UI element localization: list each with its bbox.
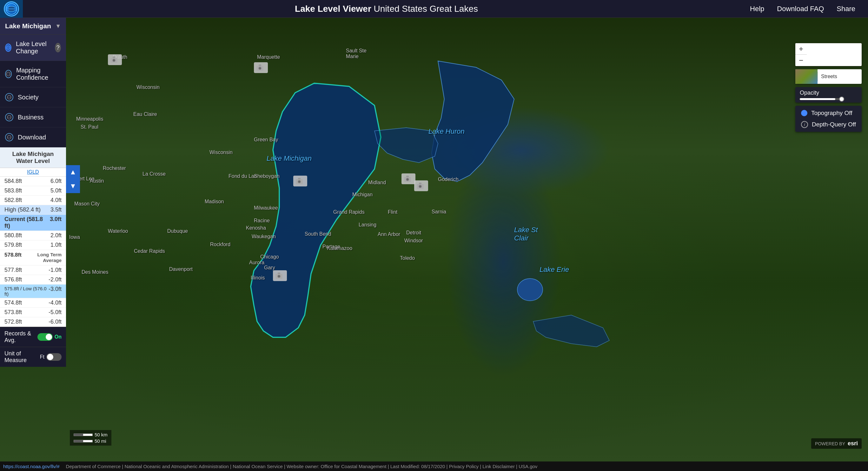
svg-rect-36 [419, 183, 422, 184]
topography-radio[interactable] [801, 110, 807, 116]
unit-measure-toggle[interactable]: Ft [40, 353, 62, 361]
opacity-label: Opacity [800, 90, 857, 96]
table-row: 583.8ft 5.0ft [0, 186, 66, 196]
sidebar-item-society[interactable]: Society [0, 87, 66, 107]
app-title: Lake Level Viewer United States Great La… [23, 4, 750, 14]
scroll-arrows: ▲ ▼ [66, 165, 80, 193]
download-icon [5, 133, 13, 141]
sidebar-item-download-label: Download [18, 134, 46, 141]
records-avg-label: Records & Avg. [4, 330, 37, 344]
sidebar-item-mapping-confidence[interactable]: Mapping Confidence [0, 61, 66, 87]
scale-mi-label: 50 mi [95, 438, 106, 444]
unit-measure-toggle-row: Unit of Measure Ft [0, 347, 66, 367]
igld-link[interactable]: IGLD [0, 168, 66, 177]
society-icon [5, 93, 13, 101]
share-link[interactable]: Share [837, 5, 855, 13]
chevron-down-icon: ▼ [55, 23, 61, 30]
help-link[interactable]: Help [750, 5, 764, 13]
table-row: 579.8ft 1.0ft [0, 240, 66, 250]
topography-label: Topography Off [811, 110, 852, 117]
scroll-up-arrow[interactable]: ▲ [66, 165, 80, 179]
unit-measure-label: Unit of Measure [4, 350, 40, 364]
header: Lake Level Viewer United States Great La… [0, 0, 868, 18]
bottom-toggles: Records & Avg. On Unit of Measure Ft [0, 327, 66, 367]
noaa-logo [0, 0, 23, 18]
camera-marker-1[interactable] [108, 54, 122, 65]
zoom-out-button[interactable]: − [795, 55, 807, 66]
svg-point-39 [278, 275, 280, 277]
sidebar: Lake Michigan ▼ Lake Level Change ? Mapp… [0, 18, 66, 367]
url-display: https://coast.noaa.gov/llv/# [3, 464, 60, 469]
map-controls: + − Streets Opacity Topography Off i Dep… [795, 43, 862, 132]
svg-point-35 [419, 185, 421, 187]
lake-level-help-button[interactable]: ? [55, 43, 61, 52]
camera-marker-3[interactable] [293, 176, 307, 186]
opacity-slider[interactable] [800, 98, 844, 100]
svg-rect-28 [298, 178, 301, 179]
svg-point-16 [517, 278, 543, 301]
zoom-controls: + − [795, 43, 862, 66]
sidebar-item-lake-level-change-label: Lake Level Change [16, 40, 51, 55]
map-type-thumbnail [795, 69, 817, 84]
table-row: 573.8ft -5.0ft [0, 308, 66, 317]
svg-rect-24 [259, 64, 261, 66]
opacity-fill [800, 98, 835, 100]
table-row: 576.8ft -2.0ft [0, 275, 66, 285]
zoom-in-button[interactable]: + [795, 43, 807, 55]
esri-brand: POWERED BY esri [811, 438, 862, 449]
table-row: 584.8ft 6.0ft [0, 177, 66, 186]
table-row-lta: 578.8ft Long TermAverage [0, 250, 66, 266]
unit-measure-ft-label: Ft [40, 354, 44, 360]
sidebar-item-society-label: Society [18, 94, 39, 101]
sidebar-item-business[interactable]: Business [0, 107, 66, 127]
camera-marker-6[interactable] [273, 270, 287, 281]
sidebar-item-lake-level-change[interactable]: Lake Level Change ? [0, 35, 66, 61]
map-type-selector[interactable]: Streets [795, 69, 862, 84]
camera-marker-5[interactable] [414, 180, 428, 191]
opacity-control: Opacity [795, 87, 862, 102]
svg-point-31 [407, 178, 408, 180]
map[interactable]: Duluth Marquette Sault SteMarie Minneapo… [0, 18, 868, 462]
svg-point-19 [113, 59, 115, 61]
water-level-header: Lake Michigan Water Level [0, 147, 66, 168]
table-row: 577.8ft -1.0ft [0, 266, 66, 275]
depth-query-label: Depth-Query Off [812, 121, 856, 128]
records-avg-toggle[interactable]: On [37, 333, 62, 341]
download-faq-link[interactable]: Download FAQ [777, 5, 824, 13]
header-nav: Help Download FAQ Share [750, 5, 868, 13]
records-avg-toggle-knob [46, 334, 52, 340]
sidebar-item-business-label: Business [18, 114, 43, 121]
scale-bar: 50 km 50 mi [70, 430, 112, 446]
powered-by-text: POWERED BY [815, 441, 845, 446]
table-row: 580.8ft 2.0ft [0, 231, 66, 240]
svg-point-23 [259, 67, 261, 69]
depth-query-info-icon[interactable]: i [801, 121, 808, 128]
sidebar-item-download[interactable]: Download [0, 127, 66, 147]
unit-measure-toggle-track[interactable] [46, 353, 62, 361]
depth-query-toggle-row: i Depth-Query Off [801, 121, 856, 128]
table-row: 582.8ft 4.0ft [0, 196, 66, 205]
esri-logo-text: esri [848, 440, 858, 447]
status-bar: https://coast.noaa.gov/llv/# Department … [0, 462, 868, 471]
records-avg-toggle-row: Records & Avg. On [0, 327, 66, 347]
great-lakes-svg [0, 36, 868, 462]
sidebar-item-mapping-confidence-label: Mapping Confidence [16, 67, 61, 81]
table-row-current: Current (581.8 ft) 3.0ft [0, 215, 66, 231]
records-avg-toggle-track[interactable] [37, 333, 53, 341]
scroll-down-arrow[interactable]: ▼ [66, 179, 80, 193]
camera-marker-2[interactable] [254, 62, 268, 73]
map-type-label: Streets [817, 72, 840, 81]
opacity-thumb[interactable] [839, 96, 844, 101]
table-row-low: 575.8ft / Low (576.0 ft) -3.0ft [0, 285, 66, 298]
table-row: 574.8ft -4.0ft [0, 298, 66, 308]
lake-selector-label: Lake Michigan [5, 22, 51, 30]
lake-level-icon [5, 43, 11, 52]
camera-marker-4[interactable] [401, 173, 415, 184]
unit-measure-toggle-knob [47, 354, 53, 360]
scale-km-label: 50 km [95, 432, 107, 437]
svg-rect-20 [113, 57, 115, 58]
water-level-table: 584.8ft 6.0ft 583.8ft 5.0ft 582.8ft 4.0f… [0, 177, 66, 327]
title-area: Lake Level Viewer United States Great La… [23, 4, 750, 14]
topography-toggle-row: Topography Off [801, 110, 856, 117]
lake-selector[interactable]: Lake Michigan ▼ [0, 18, 66, 35]
